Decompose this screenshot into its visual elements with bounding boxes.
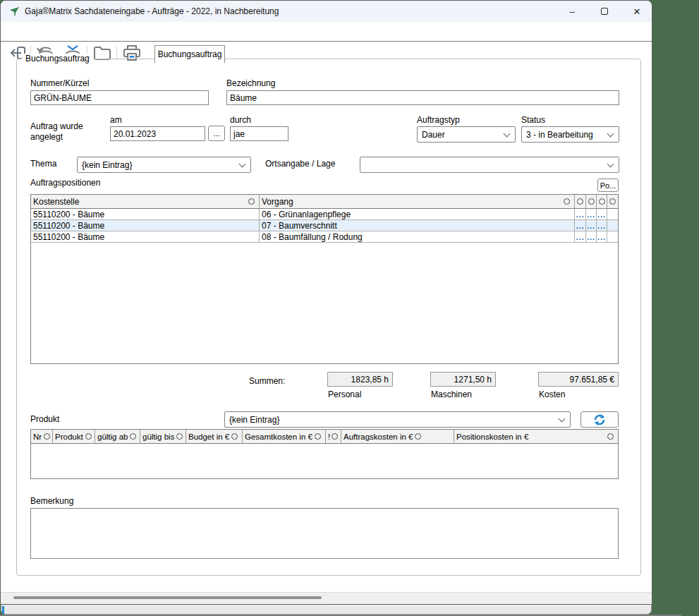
- column-header-vorgang[interactable]: Vorgang: [260, 195, 575, 208]
- table-row-selected[interactable]: 55110200 - Bäume 07 - Baumverschnitt ...…: [31, 220, 618, 231]
- column-header-warn[interactable]: !: [326, 430, 341, 443]
- positionen-table: Kostenstelle Vorgang 55110200 - Bäume 06…: [30, 194, 619, 364]
- column-header-extra1[interactable]: [575, 195, 586, 208]
- filter-circle-icon[interactable]: [85, 433, 92, 440]
- minimize-button[interactable]: –: [556, 1, 588, 22]
- ellipsis-button[interactable]: ...: [586, 209, 597, 219]
- filter-circle-icon[interactable]: [599, 198, 605, 205]
- summen-label: Summen:: [249, 376, 285, 386]
- column-header-budget[interactable]: Budget in €: [186, 430, 243, 443]
- ellipsis-icon: ...: [597, 234, 606, 240]
- positionen-header-row: Kostenstelle Vorgang: [31, 195, 618, 209]
- filter-circle-icon[interactable]: [231, 433, 238, 440]
- status-select[interactable]: 3 - in Bearbeitung: [521, 126, 619, 143]
- produkt-header-row: Nr Produkt gültig ab gültig bis Budget i…: [31, 430, 618, 444]
- maximize-button[interactable]: [588, 1, 621, 22]
- nummer-input[interactable]: [30, 90, 209, 105]
- empty-cell: [607, 209, 618, 219]
- tab-buchungsauftrag[interactable]: Buchungsauftrag: [154, 45, 225, 63]
- filter-circle-icon[interactable]: [577, 198, 583, 205]
- thema-select[interactable]: {kein Eintrag}: [77, 157, 251, 173]
- kosten-sum-value: 97.651,85 €: [570, 375, 614, 385]
- groupbox-title: Buchungsauftrag: [22, 54, 93, 64]
- close-button[interactable]: ✕: [621, 1, 652, 22]
- am-label: am: [110, 115, 122, 125]
- column-header-label: !: [328, 433, 330, 441]
- column-header-kostenstelle[interactable]: Kostenstelle: [31, 195, 260, 208]
- vorgang-cell[interactable]: 07 - Baumverschnitt: [260, 220, 575, 231]
- kostenstelle-cell[interactable]: 55110200 - Bäume: [31, 220, 260, 231]
- filter-circle-icon[interactable]: [248, 198, 255, 205]
- produkt-label: Produkt: [30, 414, 59, 424]
- cell-text: 07 - Baumverschnitt: [262, 221, 337, 231]
- ellipsis-icon: ...: [576, 223, 584, 229]
- kostenstelle-cell[interactable]: 55110200 - Bäume: [31, 209, 260, 219]
- produkt-select[interactable]: {kein Eintrag}: [224, 411, 571, 428]
- filter-circle-icon[interactable]: [44, 433, 50, 440]
- thema-label: Thema: [30, 159, 56, 169]
- filter-circle-icon[interactable]: [564, 198, 570, 205]
- filter-circle-icon[interactable]: [607, 433, 614, 440]
- column-header-extra3[interactable]: [597, 195, 607, 208]
- filter-circle-icon[interactable]: [588, 198, 595, 205]
- ellipsis-icon: ...: [597, 212, 606, 217]
- bemerkung-textarea[interactable]: [30, 508, 619, 559]
- ellipsis-button[interactable]: ...: [575, 220, 586, 231]
- column-header-extra4[interactable]: [607, 195, 618, 208]
- table-row[interactable]: 55110200 - Bäume 08 - Baumfällung / Rodu…: [31, 231, 618, 243]
- filter-circle-icon[interactable]: [130, 433, 136, 440]
- horizontal-scrollbar[interactable]: [1, 592, 652, 605]
- scrollbar-thumb[interactable]: [13, 596, 322, 599]
- ellipsis-button[interactable]: ...: [586, 220, 597, 231]
- ortsangabe-label: Ortsangabe / Lage: [265, 159, 335, 169]
- column-header-extra2[interactable]: [586, 195, 597, 208]
- window-title: Gaja®Matrix Sachdateneingabe - Aufträge …: [25, 6, 279, 16]
- column-header-label: Produkt: [55, 433, 83, 441]
- column-header-gueltig-ab[interactable]: gültig ab: [95, 430, 140, 443]
- auftragstyp-value: Dauer: [422, 130, 445, 140]
- column-header-produkt[interactable]: Produkt: [53, 430, 95, 443]
- ellipsis-button[interactable]: ...: [597, 220, 607, 231]
- positionen-label: Auftragspositionen: [30, 178, 100, 188]
- ellipsis-button[interactable]: ...: [586, 231, 597, 242]
- refresh-button[interactable]: [581, 411, 619, 428]
- column-header-positionskosten[interactable]: Positionskosten in €: [454, 430, 618, 443]
- maschinen-label: Maschinen: [431, 389, 472, 399]
- po-button[interactable]: Po...: [597, 179, 619, 192]
- column-header-nr[interactable]: Nr: [31, 430, 53, 443]
- ellipsis-button[interactable]: ...: [575, 231, 586, 242]
- personal-label: Personal: [328, 389, 361, 399]
- filter-circle-icon[interactable]: [176, 433, 183, 440]
- ellipsis-icon: ...: [587, 234, 595, 240]
- bemerkung-label: Bemerkung: [30, 496, 73, 506]
- ellipsis-button[interactable]: ...: [597, 231, 607, 242]
- chevron-down-icon: [239, 161, 246, 168]
- am-date-input[interactable]: [110, 126, 205, 141]
- vorgang-cell[interactable]: 08 - Baumfällung / Rodung: [260, 231, 575, 242]
- filter-circle-icon[interactable]: [415, 433, 421, 440]
- kosten-sum-field: 97.651,85 €: [538, 372, 619, 387]
- column-header-auftragskosten[interactable]: Auftragskosten in €: [341, 430, 454, 443]
- filter-circle-icon[interactable]: [332, 433, 338, 440]
- date-browse-button[interactable]: ...: [208, 126, 225, 141]
- bezeichnung-input[interactable]: [226, 90, 619, 105]
- title-bar: Gaja®Matrix Sachdateneingabe - Aufträge …: [1, 1, 652, 22]
- column-header-label: Vorgang: [262, 197, 293, 207]
- chevron-down-icon: [559, 416, 566, 423]
- ortsangabe-select[interactable]: [360, 157, 619, 173]
- maximize-icon: [601, 8, 608, 15]
- durch-input[interactable]: [230, 126, 288, 141]
- durch-label: durch: [230, 115, 251, 125]
- column-header-gueltig-bis[interactable]: gültig bis: [140, 430, 186, 443]
- column-header-gesamtkosten[interactable]: Gesamtkosten in €: [243, 430, 326, 443]
- auftragstyp-select[interactable]: Dauer: [417, 126, 516, 143]
- filter-circle-icon[interactable]: [315, 433, 321, 440]
- ellipsis-button[interactable]: ...: [597, 209, 607, 219]
- vorgang-cell[interactable]: 06 - Grünanlagenpflege: [260, 209, 575, 219]
- ellipsis-button[interactable]: ...: [575, 209, 586, 219]
- column-header-label: Auftragskosten in €: [344, 433, 413, 441]
- kostenstelle-cell[interactable]: 55110200 - Bäume: [31, 231, 260, 242]
- table-row[interactable]: 55110200 - Bäume 06 - Grünanlagenpflege …: [31, 209, 618, 220]
- minimize-icon: –: [569, 6, 574, 17]
- filter-circle-icon[interactable]: [609, 198, 616, 205]
